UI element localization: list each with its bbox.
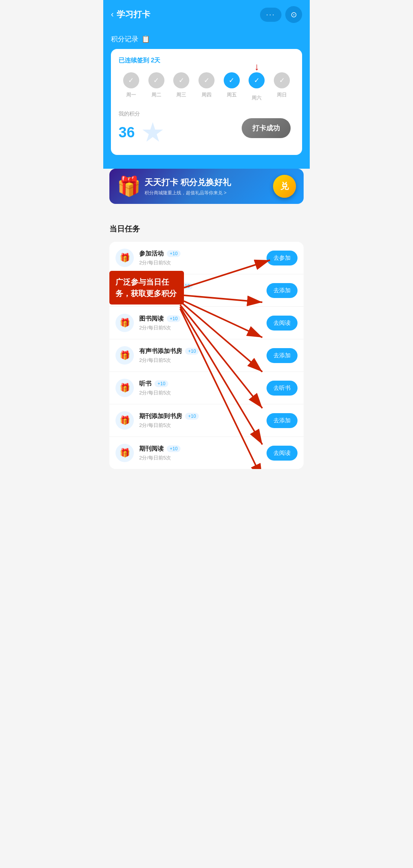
day-label-tue: 周二: [151, 91, 161, 98]
day-circle-wed: ✓: [173, 72, 189, 88]
task-name-6: 期刊添加到书房: [139, 412, 182, 420]
day-monday: ✓ 周一: [119, 72, 144, 98]
section-title: 当日任务: [109, 224, 304, 234]
banner-left: 🎁 天天打卡 积分兑换好礼 积分商城隆重上线，超值礼品等你来兑 >: [117, 175, 231, 197]
tasks-with-annotation: 广泛参与当日任务，获取更多积分: [109, 242, 304, 469]
task-desc-1: 2分/每日前5次: [139, 259, 261, 266]
day-wednesday: ✓ 周三: [169, 72, 194, 98]
task-name-row-4: 有声书添加书房 +10: [139, 347, 261, 355]
day-friday: ✓ 周五: [219, 72, 244, 98]
points-label: 积分记录 📋: [111, 34, 302, 44]
task-info-6: 期刊添加到书房 +10 2分/每日前5次: [139, 412, 261, 429]
task-item-add-journal: 🎁 期刊添加到书房 +10 2分/每日前5次 去添加: [109, 404, 304, 437]
task-name-row-1: 参加活动 +10: [139, 250, 261, 258]
task-badge-5: +10: [154, 380, 168, 387]
day-circle-mon: ✓: [123, 72, 139, 88]
task-icon-4: 🎁: [115, 346, 134, 365]
task-item-listen-book: 🎁 听书 +10 2分/每日前5次 去听书: [109, 372, 304, 404]
more-button[interactable]: ···: [260, 8, 281, 22]
day-circle-fri: ✓: [224, 72, 240, 88]
task-info-3: 图书阅读 +10 2分/每日前5次: [139, 315, 261, 331]
points-label-text: 积分记录: [111, 34, 138, 44]
task-name-5: 听书: [139, 380, 151, 388]
days-row: ✓ 周一 ✓ 周二 ✓ 周三 ✓ 周四 ✓ 周五: [119, 72, 294, 101]
task-badge-6: +10: [185, 413, 199, 420]
task-name-4: 有声书添加书房: [139, 347, 182, 355]
task-name-row-3: 图书阅读 +10: [139, 315, 261, 323]
page-title: 学习打卡: [117, 9, 150, 20]
read-book-button[interactable]: 去阅读: [267, 316, 298, 331]
listen-book-button[interactable]: 去听书: [267, 381, 298, 396]
points-exchange-banner[interactable]: 🎁 天天打卡 积分兑换好礼 积分商城隆重上线，超值礼品等你来兑 > 兑: [109, 169, 304, 204]
add-audio-button[interactable]: 去添加: [267, 348, 298, 363]
task-item-read-book: 🎁 图书阅读 +10 2分/每日前5次 去阅读: [109, 307, 304, 339]
task-icon-7: 🎁: [115, 444, 134, 462]
task-name-7: 期刊阅读: [139, 445, 164, 453]
task-name-row-6: 期刊添加到书房 +10: [139, 412, 261, 420]
chest-icon: 🎁: [117, 175, 141, 197]
main-content: 当日任务 广泛参与当日任务，获取更多积分: [103, 216, 310, 477]
camera-button[interactable]: ⊙: [285, 6, 302, 23]
task-badge-3: +10: [167, 315, 180, 322]
exchange-coin-icon[interactable]: 兑: [273, 175, 296, 198]
day-label-sun: 周日: [277, 91, 287, 98]
task-name-3: 图书阅读: [139, 315, 164, 323]
day-label-thu: 周四: [202, 91, 211, 98]
checkin-success-button[interactable]: 打卡成功: [242, 118, 291, 138]
task-desc-6: 2分/每日前5次: [139, 422, 261, 429]
task-icon-6: 🎁: [115, 411, 134, 430]
star-decoration: ★: [141, 119, 165, 146]
task-desc-7: 2分/每日前5次: [139, 454, 261, 461]
points-section: 积分记录 📋 已连续签到 2天 ✓ 周一 ✓ 周二 ✓ 周三: [103, 31, 310, 169]
header-left: ‹ 学习打卡: [111, 9, 150, 20]
day-circle-tue: ✓: [148, 72, 164, 88]
read-journal-button[interactable]: 去阅读: [267, 446, 298, 461]
task-icon-5: 🎁: [115, 379, 134, 397]
day-circle-thu: ✓: [198, 72, 215, 88]
join-activity-button[interactable]: 去参加: [267, 251, 298, 265]
task-icon-1: 🎁: [115, 249, 134, 267]
checkin-title: 已连续签到 2天: [119, 57, 294, 65]
day-label-fri: 周五: [227, 91, 237, 98]
record-icon[interactable]: 📋: [141, 35, 150, 43]
task-badge-4: +10: [185, 348, 199, 355]
day-sunday: ✓ 周日: [269, 72, 294, 98]
points-row: 我的积分 36 ★ 打卡成功: [119, 111, 294, 146]
day-circle-sat: ✓: [249, 72, 265, 88]
task-icon-3: 🎁: [115, 314, 134, 332]
day-circle-sun: ✓: [274, 72, 290, 88]
day-saturday: ↓ ✓ 周六: [244, 72, 270, 101]
my-points-label: 我的积分: [119, 111, 165, 117]
task-name-row-7: 期刊阅读 +10: [139, 445, 261, 453]
task-name-1: 参加活动: [139, 250, 164, 258]
task-info-4: 有声书添加书房 +10 2分/每日前5次: [139, 347, 261, 364]
day-label-sat: 周六: [252, 94, 262, 101]
task-name-row-5: 听书 +10: [139, 380, 261, 388]
task-item-add-audio: 🎁 有声书添加书房 +10 2分/每日前5次 去添加: [109, 339, 304, 372]
task-desc-4: 2分/每日前5次: [139, 357, 261, 364]
task-info-1: 参加活动 +10 2分/每日前5次: [139, 250, 261, 266]
banner-subtitle: 积分商城隆重上线，超值礼品等你来兑 >: [145, 190, 231, 196]
header: ‹ 学习打卡 ··· ⊙: [103, 0, 310, 31]
back-icon[interactable]: ‹: [111, 10, 114, 20]
banner-title: 天天打卡 积分兑换好礼: [145, 177, 231, 188]
points-info: 我的积分 36 ★: [119, 111, 165, 146]
task-badge-1: +10: [167, 250, 180, 257]
task-desc-5: 2分/每日前5次: [139, 389, 261, 396]
task-info-5: 听书 +10 2分/每日前5次: [139, 380, 261, 396]
today-down-arrow: ↓: [254, 62, 259, 72]
day-label-wed: 周三: [176, 91, 186, 98]
task-item-read-journal: 🎁 期刊阅读 +10 2分/每日前5次 去阅读: [109, 437, 304, 469]
task-desc-3: 2分/每日前5次: [139, 324, 261, 331]
day-label-mon: 周一: [126, 91, 136, 98]
banner-text: 天天打卡 积分兑换好礼 积分商城隆重上线，超值礼品等你来兑 >: [145, 177, 231, 196]
add-journal-button[interactable]: 去添加: [267, 413, 298, 428]
day-tuesday: ✓ 周二: [144, 72, 169, 98]
add-book-button[interactable]: 去添加: [267, 283, 298, 298]
checkin-card: 已连续签到 2天 ✓ 周一 ✓ 周二 ✓ 周三 ✓ 周四: [111, 49, 302, 155]
header-right: ··· ⊙: [260, 6, 302, 23]
annotation-box: 广泛参与当日任务，获取更多积分: [109, 271, 184, 305]
task-info-7: 期刊阅读 +10 2分/每日前5次: [139, 445, 261, 461]
task-item-join-activity: 🎁 参加活动 +10 2分/每日前5次 去参加: [109, 242, 304, 274]
my-points-value: 36: [119, 124, 135, 141]
